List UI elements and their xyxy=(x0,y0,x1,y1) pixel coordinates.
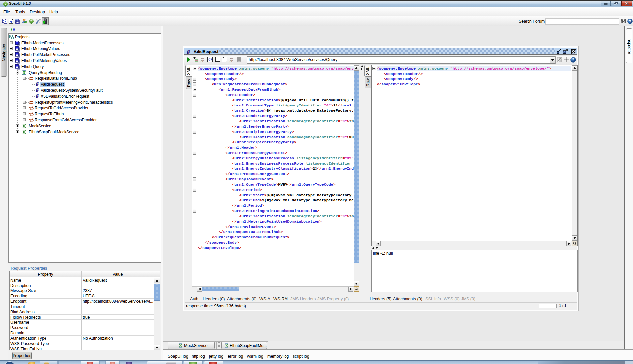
svg-text:?: ? xyxy=(629,19,631,23)
svg-text:?: ? xyxy=(572,58,574,62)
